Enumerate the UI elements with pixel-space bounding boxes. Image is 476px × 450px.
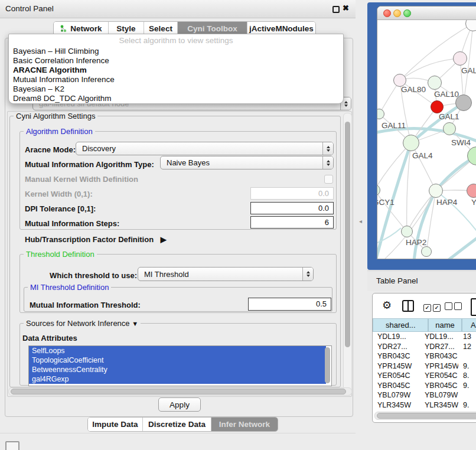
tab-infer-network[interactable]: Infer Network xyxy=(211,418,278,431)
gear-icon[interactable]: ⚙ xyxy=(382,299,392,312)
tab-discretize-data[interactable]: Discretize Data xyxy=(143,418,211,431)
network-node-gal4[interactable] xyxy=(403,135,419,151)
deselect-all-checks-icon[interactable] xyxy=(445,302,464,312)
close-traffic-light[interactable] xyxy=(383,9,391,17)
mi-threshold-field[interactable]: 0.5 xyxy=(248,298,331,311)
new-table-icon[interactable] xyxy=(471,298,476,316)
table-horizontal-scrollbar[interactable] xyxy=(374,412,476,420)
column-header[interactable]: A xyxy=(462,318,476,332)
network-node-hap2[interactable] xyxy=(401,226,413,237)
horizontal-scroll-thumb[interactable] xyxy=(11,389,346,394)
zoom-traffic-light[interactable] xyxy=(403,9,411,17)
settings-horizontal-scrollbar[interactable] xyxy=(8,387,352,396)
column-header[interactable]: shared... xyxy=(373,318,428,332)
manual-kernel-checkbox[interactable] xyxy=(324,175,333,184)
network-canvas[interactable]: GAL GAL80 GAL10 GAL1 GAL11 GAL4 SWI4 GCY… xyxy=(377,20,476,259)
table-cell[interactable]: 13 xyxy=(458,332,476,342)
table-cell[interactable]: YDL19... xyxy=(425,332,458,342)
dropdown-item[interactable]: Basic Correlation Inference xyxy=(13,56,109,65)
list-item[interactable]: BetweennessCentrality xyxy=(29,365,326,374)
table-cell[interactable]: YBL079W xyxy=(425,390,458,400)
split-columns-icon[interactable] xyxy=(402,300,414,312)
table-cell[interactable]: 12 xyxy=(458,342,476,352)
table-cell[interactable]: YBR043C xyxy=(425,351,458,361)
network-icon xyxy=(60,25,67,32)
list-scroll-thumb[interactable] xyxy=(325,347,330,383)
table-cell[interactable]: YDR27... xyxy=(373,342,425,352)
aracne-mode-select[interactable]: Discovery xyxy=(76,142,334,155)
table-cell[interactable] xyxy=(458,351,476,361)
expand-right-icon: ▶ xyxy=(161,235,167,244)
mi-type-select[interactable]: Naive Bayes xyxy=(160,156,334,169)
table-cell[interactable]: YDL19... xyxy=(373,332,425,342)
table-cell[interactable]: YLR345W xyxy=(373,400,425,410)
table-cell[interactable]: 9. xyxy=(458,361,476,371)
table-row[interactable]: YDR27...YDR27...12 xyxy=(373,342,476,352)
network-node-gal1[interactable] xyxy=(443,122,456,135)
table-cell[interactable]: YPR145W xyxy=(373,361,425,371)
network-node-hap4[interactable] xyxy=(429,184,443,198)
table-scroll-thumb[interactable] xyxy=(377,413,476,419)
table-row[interactable]: YBR043CYBR043C xyxy=(373,351,476,361)
dropdown-item[interactable]: Dream8 DC_TDC Algorithm xyxy=(13,94,112,103)
list-item[interactable]: SelfLoops xyxy=(29,346,326,356)
table-cell[interactable] xyxy=(458,390,476,400)
kernel-width-field[interactable]: 0.0 xyxy=(250,187,334,200)
node-label: GAL80 xyxy=(401,85,426,94)
apply-button[interactable]: Apply xyxy=(158,397,201,412)
tab-jactivemnodules[interactable]: jActiveMNodules xyxy=(247,22,315,35)
table-cell[interactable]: 8. xyxy=(458,371,476,381)
table-panel: ⚙ ✓✓ shared... name A YDL19...YDL19...13… xyxy=(372,293,476,423)
list-item[interactable]: gal4RGexp xyxy=(29,374,326,384)
sources-group-title[interactable]: Sources for Network Inference ▼ xyxy=(24,319,141,328)
close-icon[interactable]: ✖ xyxy=(343,4,349,12)
settings-vertical-scrollbar[interactable] xyxy=(343,113,352,396)
combo-arrows-icon xyxy=(322,142,333,155)
tab-style[interactable]: Style xyxy=(109,22,144,35)
tab-network[interactable]: Network xyxy=(54,22,109,35)
data-attributes-list[interactable]: SelfLoops TopologicalCoefficient Between… xyxy=(28,345,332,386)
tab-impute-data[interactable]: Impute Data xyxy=(88,418,143,431)
network-node-gal10[interactable] xyxy=(428,76,442,90)
table-row[interactable]: YBR045CYBR045C9. xyxy=(373,381,476,391)
splitter-collapse-icon[interactable]: ◂ xyxy=(359,218,362,224)
table-row[interactable]: YER054CYER054C8. xyxy=(373,371,476,381)
node-label: GAL xyxy=(461,66,476,75)
minimize-traffic-light[interactable] xyxy=(393,9,401,17)
table-cell[interactable]: 9. xyxy=(458,400,476,410)
table-cell[interactable]: YLR345W xyxy=(425,400,458,410)
dropdown-item-selected[interactable]: ARACNE Algorithm xyxy=(13,66,87,74)
column-header[interactable]: name xyxy=(428,318,461,332)
table-row[interactable]: YDL19...YDL19...13 xyxy=(373,332,476,342)
select-all-checks-icon[interactable]: ✓✓ xyxy=(423,302,442,312)
table-cell[interactable]: YBR045C xyxy=(425,381,458,391)
table-cell[interactable]: 9. xyxy=(458,381,476,391)
tab-label: Infer Network xyxy=(219,420,270,429)
network-node[interactable] xyxy=(453,51,467,66)
table-cell[interactable]: YBR045C xyxy=(373,381,425,391)
dropdown-item[interactable]: Mutual Information Inference xyxy=(13,75,115,84)
table-row[interactable]: YLR345WYLR345W9. xyxy=(373,400,476,410)
table-row[interactable]: YBL079WYBL079W xyxy=(373,390,476,400)
network-node[interactable] xyxy=(421,246,432,257)
tab-cyni-toolbox[interactable]: Cyni Toolbox xyxy=(178,22,247,35)
table-cell[interactable]: YDR27... xyxy=(425,342,458,352)
which-threshold-select[interactable]: MI Threshold xyxy=(138,267,314,281)
float-panel-icon[interactable] xyxy=(332,6,340,13)
list-item[interactable]: TopologicalCoefficient xyxy=(29,356,326,365)
tab-select[interactable]: Select xyxy=(144,22,178,35)
hub-definition-expander[interactable]: Hub/Transcription Factor Definition ▶ xyxy=(25,235,167,244)
dropdown-item[interactable]: Bayesian – K2 xyxy=(13,84,64,93)
table-cell[interactable]: YER054C xyxy=(425,371,458,381)
table-cell[interactable]: YER054C xyxy=(373,371,425,381)
table-row[interactable]: YPR145WYPR145W9. xyxy=(373,361,476,371)
mi-steps-field[interactable]: 6 xyxy=(250,216,334,229)
network-node-highlighted[interactable] xyxy=(431,100,444,113)
dropdown-item[interactable]: Bayesian – Hill Climbing xyxy=(13,47,99,56)
vertical-scroll-thumb[interactable] xyxy=(345,122,350,347)
docked-panel-icon[interactable] xyxy=(5,441,19,450)
table-cell[interactable]: YBR043C xyxy=(373,351,425,361)
table-cell[interactable]: YPR145W xyxy=(425,361,458,371)
table-cell[interactable]: YBL079W xyxy=(373,390,425,400)
dpi-tolerance-field[interactable]: 0.0 xyxy=(250,202,334,214)
